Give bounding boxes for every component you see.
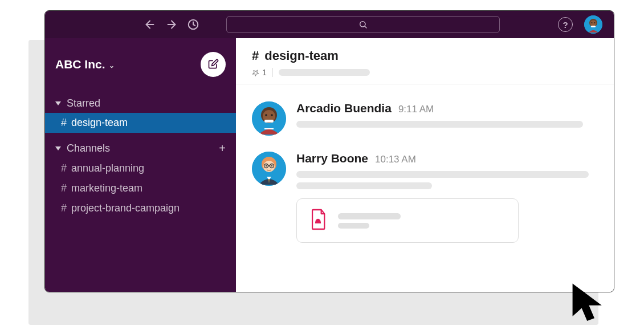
history-button[interactable] <box>185 17 201 32</box>
top-toolbar: ? <box>45 11 614 38</box>
user-avatar[interactable] <box>584 15 602 34</box>
channel-topic-placeholder[interactable] <box>279 69 370 76</box>
hash-icon: # <box>252 48 259 63</box>
add-channel-button[interactable]: + <box>219 142 226 155</box>
message-author[interactable]: Arcadio Buendia <box>296 101 392 115</box>
slack-app-window: ? ABC Inc. ⌄ <box>44 10 614 292</box>
message[interactable]: Harry Boone 10:13 AM <box>252 152 598 243</box>
channel-name-label: marketing-team <box>71 182 142 194</box>
pin-icon <box>252 68 260 76</box>
sidebar-item-annual-planning[interactable]: # annual-planning <box>45 158 236 178</box>
svg-point-23 <box>266 165 267 166</box>
svg-point-9 <box>592 22 593 23</box>
hash-icon: # <box>61 182 67 194</box>
channel-title[interactable]: design-team <box>264 48 339 63</box>
svg-point-16 <box>271 114 273 116</box>
hash-icon: # <box>61 202 67 214</box>
help-button[interactable]: ? <box>558 17 573 32</box>
sidebar: ABC Inc. ⌄ Starred # design-team <box>45 38 236 292</box>
message-text-placeholder <box>296 121 583 128</box>
sidebar-item-marketing-team[interactable]: # marketing-team <box>45 178 236 198</box>
nav-back-button[interactable] <box>142 17 158 32</box>
channel-name-label: annual-planning <box>71 162 144 174</box>
svg-rect-14 <box>264 120 274 123</box>
message-timestamp: 9:11 AM <box>398 104 434 115</box>
svg-rect-8 <box>591 26 596 27</box>
caret-down-icon <box>55 146 61 150</box>
message-timestamp: 10:13 AM <box>375 154 416 165</box>
svg-point-10 <box>594 22 596 23</box>
sidebar-section-channels[interactable]: Channels + <box>45 139 236 158</box>
nav-forward-button[interactable] <box>164 17 180 32</box>
channel-name-label: design-team <box>71 117 128 129</box>
compose-button[interactable] <box>201 52 226 77</box>
message-author[interactable]: Harry Boone <box>296 152 368 165</box>
message-avatar[interactable] <box>252 152 286 186</box>
sidebar-item-project-brand-campaign[interactable]: # project-brand-campaign <box>45 198 236 218</box>
hash-icon: # <box>61 162 67 174</box>
chevron-down-icon: ⌄ <box>109 62 115 70</box>
caret-down-icon <box>55 101 61 105</box>
svg-point-15 <box>265 114 267 116</box>
sidebar-section-starred[interactable]: Starred <box>45 94 236 113</box>
channel-view: # design-team 1 <box>236 38 614 292</box>
file-attachment[interactable] <box>296 198 519 243</box>
sidebar-item-design-team[interactable]: # design-team <box>45 113 236 133</box>
channel-header: # design-team 1 <box>236 38 614 84</box>
message-list: Arcadio Buendia 9:11 AM <box>236 84 614 292</box>
section-label: Channels <box>67 142 110 154</box>
channel-name-label: project-brand-campaign <box>71 202 180 214</box>
svg-line-4 <box>365 26 366 28</box>
message-text-placeholder <box>296 171 589 178</box>
pinned-count-value: 1 <box>262 68 267 77</box>
hash-icon: # <box>61 117 67 129</box>
pinned-count[interactable]: 1 <box>252 68 267 77</box>
workspace-switcher[interactable]: ABC Inc. ⌄ <box>55 58 115 71</box>
message-avatar[interactable] <box>252 101 286 136</box>
search-input[interactable] <box>226 16 500 33</box>
attachment-name-placeholder <box>338 213 401 219</box>
search-icon <box>358 20 368 29</box>
pdf-icon <box>308 208 328 233</box>
svg-point-7 <box>590 21 597 27</box>
message[interactable]: Arcadio Buendia 9:11 AM <box>252 101 598 136</box>
section-label: Starred <box>67 97 100 109</box>
svg-point-24 <box>271 165 272 166</box>
workspace-name-label: ABC Inc. <box>55 58 105 71</box>
attachment-meta-placeholder <box>338 223 369 229</box>
divider <box>272 68 273 77</box>
message-text-placeholder <box>296 182 432 189</box>
